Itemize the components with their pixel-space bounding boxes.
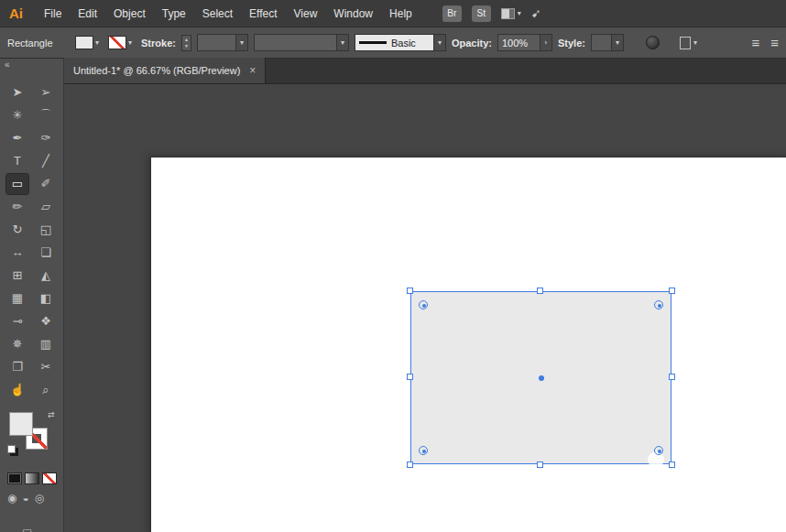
pen-tool[interactable]: ✒: [6, 128, 28, 148]
align-icon[interactable]: ≡: [770, 35, 779, 50]
selection-handle-bottom-middle[interactable]: [537, 461, 543, 468]
curvature-tool[interactable]: ✑: [35, 128, 57, 148]
chevron-down-icon: ▾: [128, 38, 132, 47]
width-profile-dropdown[interactable]: ▾: [254, 34, 349, 51]
brush-stroke-preview: [359, 41, 387, 44]
none-button[interactable]: [42, 472, 57, 484]
menu-view[interactable]: View: [286, 7, 326, 20]
eraser-tool[interactable]: ▱: [35, 197, 57, 217]
document-area: Untitled-1* @ 66.67% (RGB/Preview) ×: [64, 59, 786, 532]
swap-fill-stroke-icon[interactable]: ⇄: [48, 410, 55, 419]
type-tool[interactable]: T: [6, 151, 28, 171]
draw-behind-mode[interactable]: ◒: [22, 492, 28, 505]
direct-selection-tool[interactable]: ➢: [35, 82, 57, 103]
free-transform-tool[interactable]: ❏: [35, 243, 57, 263]
mesh-tool[interactable]: ▦: [6, 288, 28, 309]
symbol-sprayer-tool[interactable]: ✵: [6, 334, 28, 354]
menu-object[interactable]: Object: [105, 7, 154, 20]
stroke-width-stepper[interactable]: ▲ ▼: [181, 35, 191, 51]
shape-builder-tool[interactable]: ⊞: [6, 266, 28, 286]
gradient-tool[interactable]: ◧: [35, 288, 57, 309]
stroke-color-dropdown[interactable]: ▾: [108, 36, 132, 49]
gpu-performance-icon[interactable]: ➹: [531, 6, 541, 20]
eyedropper-tool[interactable]: ⊸: [6, 311, 28, 331]
column-graph-tool[interactable]: ▥: [35, 334, 57, 354]
menu-type[interactable]: Type: [154, 7, 194, 20]
selected-rectangle[interactable]: [410, 291, 671, 464]
lasso-tool[interactable]: ⌒: [35, 105, 57, 125]
live-corner-widget-top-right[interactable]: [654, 300, 663, 309]
menu-help[interactable]: Help: [381, 7, 420, 20]
stroke-label: Stroke:: [141, 38, 176, 49]
brush-definition-dropdown[interactable]: Basic ▾: [355, 34, 446, 51]
selection-tool[interactable]: ➤: [6, 82, 28, 103]
stroke-width-combo[interactable]: ▾: [197, 34, 248, 51]
rotate-tool[interactable]: ↻: [6, 220, 28, 240]
selection-handle-middle-right[interactable]: [669, 374, 675, 380]
shaper-tool[interactable]: ✏: [6, 197, 28, 217]
menu-select[interactable]: Select: [194, 7, 241, 20]
align-icons: ≡ ≡: [751, 35, 779, 50]
workspace-switcher[interactable]: ▾: [501, 8, 521, 19]
menubar: Ai FileEditObjectTypeSelectEffectViewWin…: [0, 0, 786, 27]
draw-normal-mode[interactable]: ◉: [7, 492, 16, 505]
selection-handle-bottom-left[interactable]: [407, 461, 413, 468]
scale-tool[interactable]: ◱: [35, 220, 57, 240]
bridge-button[interactable]: Br: [442, 5, 462, 22]
close-icon[interactable]: ×: [249, 64, 256, 77]
chevron-down-icon: ▾: [336, 35, 348, 50]
document-setup-menu[interactable]: ▾: [680, 37, 697, 49]
collapse-panel-button[interactable]: «: [0, 59, 63, 72]
chevron-right-icon: ›: [540, 35, 551, 50]
menu-edit[interactable]: Edit: [70, 7, 105, 20]
drawing-modes-row: ◉ ◒ ◎: [7, 492, 63, 505]
opacity-combo[interactable]: 100% ›: [497, 34, 552, 51]
live-corner-widget-bottom-right[interactable]: [654, 446, 663, 455]
stepper-down-icon: ▼: [184, 43, 189, 49]
magic-wand-tool[interactable]: ✳: [6, 105, 28, 125]
fill-color-dropdown[interactable]: ▾: [75, 36, 99, 49]
screen-mode-button[interactable]: ▭: [22, 525, 32, 532]
document-tab[interactable]: Untitled-1* @ 66.67% (RGB/Preview) ×: [64, 58, 266, 83]
fill-swatch[interactable]: [9, 412, 33, 436]
menu-file[interactable]: File: [36, 7, 70, 20]
canvas[interactable]: [64, 84, 786, 532]
default-fill-stroke-icon[interactable]: [7, 445, 16, 453]
chevron-down-icon: ▾: [518, 9, 521, 17]
selection-handle-top-left[interactable]: [407, 288, 413, 294]
color-button[interactable]: [7, 472, 22, 484]
fill-color-swatch: [75, 36, 93, 49]
live-corner-widget-top-left[interactable]: [419, 300, 428, 309]
selection-handle-middle-left[interactable]: [407, 374, 413, 380]
stepper-up-icon: ▲: [184, 37, 189, 43]
live-corner-widget-bottom-left[interactable]: [419, 446, 428, 455]
center-point[interactable]: [539, 375, 544, 381]
stock-button[interactable]: St: [472, 5, 491, 22]
selection-handle-top-middle[interactable]: [537, 288, 543, 294]
selection-handle-top-right[interactable]: [669, 288, 675, 294]
style-dropdown[interactable]: ▾: [591, 34, 624, 51]
menu-window[interactable]: Window: [325, 7, 381, 20]
align-icon[interactable]: ≡: [751, 35, 759, 50]
paintbrush-tool[interactable]: ✐: [35, 174, 57, 194]
color-mode-row: [7, 472, 63, 484]
selection-handle-bottom-right[interactable]: [669, 461, 675, 468]
blend-tool[interactable]: ❖: [35, 311, 57, 331]
globe-icon[interactable]: [646, 36, 660, 49]
zoom-tool[interactable]: ⌕: [35, 380, 57, 400]
opacity-label: Opacity:: [452, 38, 492, 49]
menu-effect[interactable]: Effect: [241, 7, 285, 20]
hand-tool[interactable]: ☝: [6, 380, 28, 400]
tools-panel: « ➤➢✳⌒✒✑T╱▭✐✏▱↻◱↔❏⊞◭▦◧⊸❖✵▥❐✂☝⌕ ⇄ ◉ ◒ ◎ ▭: [0, 59, 64, 532]
rectangle-tool[interactable]: ▭: [6, 174, 28, 194]
line-segment-tool[interactable]: ╱: [35, 151, 57, 171]
menu-items: FileEditObjectTypeSelectEffectViewWindow…: [36, 7, 420, 20]
document-tab-title: Untitled-1* @ 66.67% (RGB/Preview): [73, 65, 240, 76]
perspective-grid-tool[interactable]: ◭: [35, 266, 57, 286]
draw-inside-mode[interactable]: ◎: [35, 492, 44, 505]
slice-tool[interactable]: ✂: [35, 357, 57, 377]
gradient-button[interactable]: [25, 472, 39, 484]
artboard-tool[interactable]: ❐: [6, 357, 28, 377]
tool-grid: ➤➢✳⌒✒✑T╱▭✐✏▱↻◱↔❏⊞◭▦◧⊸❖✵▥❐✂☝⌕: [0, 81, 63, 401]
width-tool[interactable]: ↔: [6, 243, 28, 263]
